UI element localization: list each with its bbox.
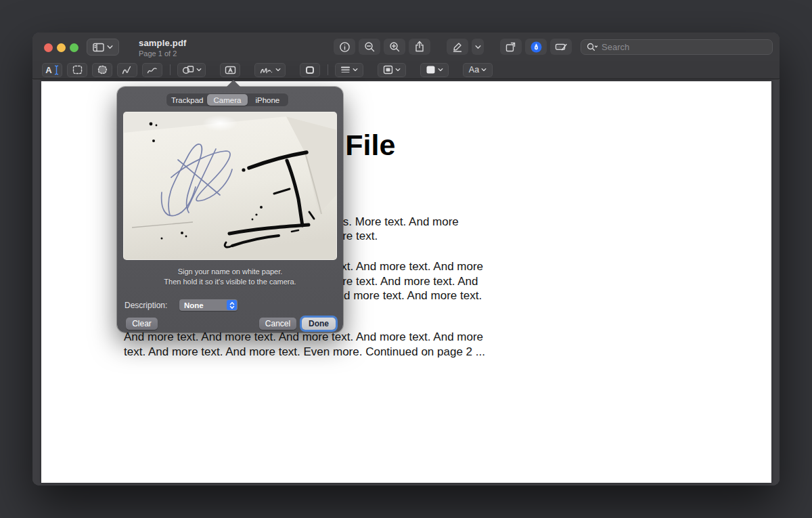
markup-pen-icon [530,41,543,53]
signature-capture-popover: Trackpad Camera iPhone [117,87,343,332]
minimize-window-button[interactable] [57,43,66,52]
tab-iphone[interactable]: iPhone [248,94,288,106]
signature-source-segmented-control: Trackpad Camera iPhone [166,93,289,107]
shapes-tool[interactable] [177,63,206,77]
rotate-button[interactable] [500,39,522,55]
paragraph-3: And more text. And more text. And more t… [124,330,557,359]
rect-selection-icon [72,65,83,74]
camera-preview-image [124,112,337,260]
chevron-down-icon [438,68,443,72]
note-icon [305,66,315,74]
chevron-down-icon [481,68,487,72]
camera-preview [123,112,337,260]
chevron-down-icon [353,68,358,72]
info-icon [339,41,351,53]
line-style-control[interactable] [335,63,363,77]
search-icon [587,43,598,51]
sketch-tool[interactable] [117,63,137,77]
smart-lasso-icon [97,65,108,74]
zoom-window-button[interactable] [70,43,78,52]
text-box-icon [225,66,236,74]
info-button[interactable] [334,39,355,55]
draw-tool[interactable] [142,63,162,77]
clear-button[interactable]: Clear [126,318,158,330]
text-box-tool[interactable] [220,63,240,77]
text-selection-tool[interactable]: A [42,63,62,77]
chevron-down-icon [196,68,202,72]
highlight-button[interactable] [447,39,468,55]
description-label: Description: [125,301,167,310]
draw-icon [147,66,158,74]
zoom-in-button[interactable] [384,39,405,55]
sidebar-toggle-button[interactable] [87,39,119,56]
zoom-in-icon [389,41,401,53]
highlighter-icon [451,41,464,53]
text-tool-letter: A [45,66,51,74]
search-placeholder: Search [602,42,629,52]
tab-camera[interactable]: Camera [207,94,247,106]
chevron-down-icon [475,45,481,49]
sketch-icon [122,66,133,74]
done-button[interactable]: Done [302,318,336,330]
toolbar-divider [170,64,171,75]
description-dropdown[interactable]: None [179,299,238,311]
signature-icon [260,66,273,74]
sign-tool[interactable] [254,63,286,77]
preview-window: sample.pdf Page 1 of 2 [32,33,780,485]
toolbar-divider [328,64,328,75]
close-window-button[interactable] [44,43,53,52]
border-color-icon [383,65,393,74]
share-icon [414,41,425,53]
cancel-button[interactable]: Cancel [259,318,296,330]
zoom-out-button[interactable] [359,39,380,55]
tab-trackpad[interactable]: Trackpad [167,94,207,106]
line-weight-icon [340,66,351,74]
window-title-block: sample.pdf Page 1 of 2 [139,38,187,58]
border-color-control[interactable] [378,63,406,77]
form-fill-icon [555,41,568,52]
text-style-control[interactable]: Aa [463,63,493,77]
fill-color-control[interactable] [420,63,449,77]
sidebar-icon [93,43,104,52]
page-indicator: Page 1 of 2 [139,49,187,58]
signature-instructions: Sign your name on white paper. Then hold… [117,267,343,286]
markup-toolbar-toggle[interactable] [525,39,547,55]
text-line: text. And more text. And more text. Even… [124,345,557,360]
note-tool[interactable] [300,63,320,77]
chevron-down-icon [107,45,113,49]
highlight-options-button[interactable] [472,39,484,55]
chevron-down-icon [395,68,401,72]
title-bar: sample.pdf Page 1 of 2 [32,33,780,61]
text-style-label: Aa [469,65,479,74]
description-row: Description: None [125,299,167,311]
markup-toolbar: A [32,61,780,79]
chevron-down-icon [275,68,281,72]
dropdown-stepper-icon [227,300,237,310]
shapes-icon [182,65,194,74]
fill-color-icon [426,65,436,74]
instruction-line: Then hold it so it's visible to the came… [117,277,343,287]
text-cursor-icon [54,65,59,75]
search-input[interactable]: Search [581,39,773,55]
smart-lasso-tool[interactable] [92,63,112,77]
share-button[interactable] [409,39,430,55]
rectangular-selection-tool[interactable] [67,63,87,77]
description-value: None [179,301,204,309]
rotate-icon [505,41,517,53]
instruction-line: Sign your name on white paper. [117,267,343,277]
form-fill-button[interactable] [550,39,572,55]
document-title: sample.pdf [139,38,187,48]
zoom-out-icon [364,41,376,53]
